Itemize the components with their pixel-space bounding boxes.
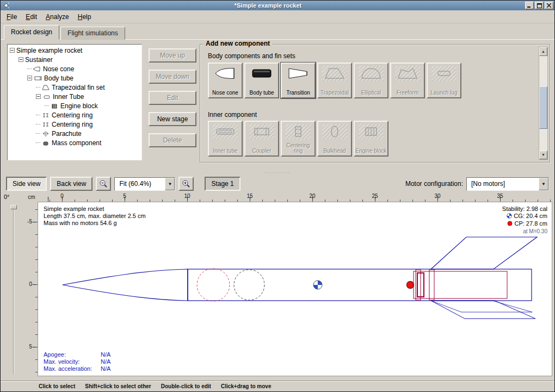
engine-block-icon [50,102,59,110]
flight-stats: Apogee:N/A Max. velocity:N/A Max. accele… [44,351,110,372]
hint-double-click: Double-click to edit [161,383,211,391]
rotation-slider[interactable] [10,205,17,374]
horizontal-ruler: 0 5 10 15 20 25 30 35 [38,193,552,202]
component-tree[interactable]: Simple example rocket Sustainer Nose con… [7,44,142,160]
edit-button[interactable]: Edit [149,91,196,105]
tree-item-nose-cone[interactable]: Nose cone [8,64,141,73]
zoom-select[interactable]: Fit (60.4%) ▼ [114,177,175,191]
tree-item-sustainer[interactable]: Sustainer [8,55,141,64]
tree-item-trapezoidal-fin-set[interactable]: Trapezoidal fin set [8,83,141,92]
hint-click-drag: Click+drag to move [221,383,272,391]
new-stage-button[interactable]: New stage [149,112,196,126]
tree-item-inner-tube[interactable]: Inner Tube [8,92,141,101]
coupler-icon [249,124,274,139]
fin-top-shape [431,237,537,269]
menu-analyze[interactable]: Analyze [42,11,73,22]
zoom-in-button[interactable] [178,177,194,191]
fin-bottom-shape [431,301,535,319]
launch-lug-icon [431,66,457,81]
collapse-icon[interactable] [27,76,32,80]
tab-flight-simulations[interactable]: Flight simulations [60,27,125,40]
add-transition-button[interactable]: Transition [281,63,316,98]
inner-tube-icon [213,124,238,139]
delete-button[interactable]: Delete [149,133,196,147]
add-nose-cone-button[interactable]: Nose cone [208,63,243,98]
max-velocity-label: Max. velocity: [44,358,101,365]
body-components-label: Body components and fin sets [208,52,295,60]
add-engine-block-button[interactable]: Engine block [354,121,388,157]
add-trapezoidal-fin-button[interactable]: Trapezoidal [317,63,352,98]
scroll-down-icon[interactable]: ▼ [539,151,547,159]
add-inner-tube-button[interactable]: Inner tube [208,121,243,157]
body-components-row: Nose cone Body tube Transition Trapezoid… [208,63,461,98]
zoom-value: Fit (60.4%) [115,178,165,190]
add-freeform-fin-button[interactable]: Freeform [390,63,425,98]
tab-rocket-design[interactable]: Rocket design [4,25,59,40]
splitter-grip-icon: ·········· [264,171,291,173]
h-tick-label: 35 [497,193,503,199]
centering-ring-icon [286,124,311,139]
tree-item-engine-block[interactable]: Engine block [8,101,141,110]
max-acceleration-value: N/A [101,365,110,372]
zoom-out-button[interactable] [96,177,111,191]
tab-bar: Rocket design Flight simulations [1,23,554,40]
scrollbar-thumb[interactable] [539,86,547,129]
trapezoidal-fin-icon [322,66,347,81]
add-coupler-button[interactable]: Coupler [244,121,279,157]
stage-1-toggle[interactable]: Stage 1 [205,177,240,191]
v-tick-label: 0 [29,281,32,287]
add-bulkhead-button[interactable]: Bulkhead [317,121,352,157]
parachute-icon [41,130,50,138]
cg-label: CG: [514,213,525,219]
chevron-down-icon[interactable]: ▼ [165,178,175,190]
menu-file[interactable]: File [3,11,21,22]
hint-shift-click: Shift+click to select other [85,383,151,391]
minimize-button[interactable] [525,2,534,9]
nose-cone-icon [213,66,238,81]
app-icon [3,2,10,9]
panel-splitter[interactable]: ·········· [1,170,554,175]
motor-configuration-select[interactable]: [No motors] ▼ [466,177,549,191]
add-elliptical-fin-button[interactable]: Elliptical [354,63,388,98]
cp-value: 27.8 cm [526,220,547,227]
scrollbar-track[interactable] [539,56,547,151]
rotation-slider-handle[interactable] [10,205,17,209]
tree-actions: Move up Move down Edit New stage Delete [149,48,196,147]
close-icon [547,3,551,8]
stability-label: Stability: [502,206,525,212]
side-view-button[interactable]: Side view [6,177,47,191]
tree-item-centering-ring-1[interactable]: Centering ring [8,110,141,120]
tree-item-mass-component[interactable]: Mass component [8,138,141,147]
add-component-group: Add new component Body components and fi… [200,44,550,163]
tree-item-centering-ring-2[interactable]: Centering ring [8,120,141,129]
add-centering-ring-button[interactable]: Centering ring [281,121,316,157]
titlebar[interactable]: *Simple example rocket [1,1,554,10]
h-tick-label: 20 [309,193,315,199]
rotation-value: 0° [4,194,10,200]
menu-edit[interactable]: Edit [22,11,41,22]
add-body-tube-button[interactable]: Body tube [244,63,279,98]
close-button[interactable] [545,2,553,9]
back-view-button[interactable]: Back view [50,177,92,191]
apogee-label: Apogee: [44,351,101,358]
maximize-button[interactable] [535,2,544,9]
h-tick-label: 10 [184,193,190,199]
chevron-down-icon[interactable]: ▼ [539,178,548,190]
menu-help[interactable]: Help [74,11,95,22]
rocket-drawing [38,202,552,376]
collapse-icon[interactable] [18,57,23,62]
scroll-up-icon[interactable]: ▲ [539,47,547,56]
tree-item-rocket[interactable]: Simple example rocket [8,46,141,55]
add-launch-lug-button[interactable]: Launch lug [427,63,461,98]
motor-configuration-value: [No motors] [467,178,539,190]
move-down-button[interactable]: Move down [149,70,196,84]
rocket-canvas[interactable]: Simple example rocket Length 37.5 cm, ma… [38,202,552,376]
tree-item-body-tube[interactable]: Body tube [8,73,141,83]
tree-item-parachute[interactable]: Parachute [8,129,141,138]
collapse-icon[interactable] [10,48,15,53]
collapse-icon[interactable] [36,94,41,99]
component-scrollbar[interactable]: ▲ ▼ [539,47,548,160]
inner-components-row: Inner tube Coupler Centering ring Bulkhe… [208,121,388,157]
inner-tube-icon [42,93,51,101]
move-up-button[interactable]: Move up [149,48,196,63]
